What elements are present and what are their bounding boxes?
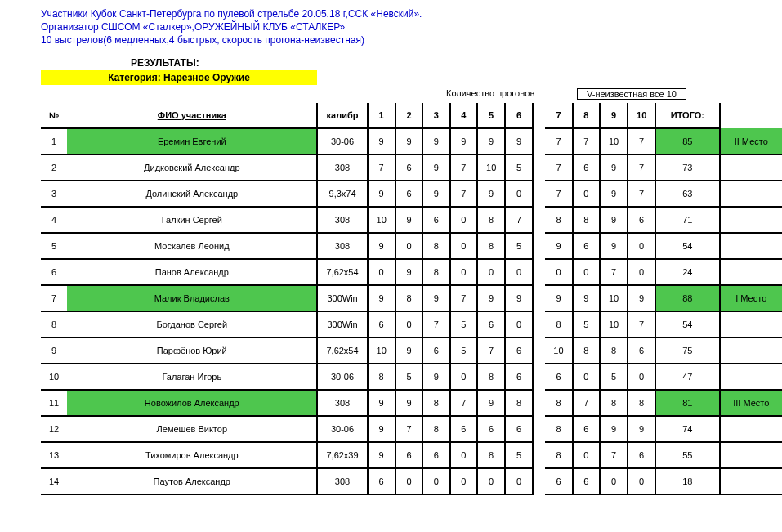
results-table: № ФИО участника калибр 1 2 3 4 5 6 7 8 9… xyxy=(41,103,782,495)
cell-score: 0 xyxy=(505,181,532,207)
cell-score: 9 xyxy=(477,128,505,154)
col-name: ФИО участника xyxy=(67,103,317,128)
cell-score: 6 xyxy=(505,416,532,442)
cell-score: 0 xyxy=(505,468,532,494)
cell-total: 54 xyxy=(655,311,719,338)
cell-score: 7 xyxy=(545,128,572,154)
cell-caliber: 7,62х39 xyxy=(317,442,367,468)
cell-score: 8 xyxy=(477,442,505,468)
cell-score: 9 xyxy=(395,207,422,233)
cell-score: 9 xyxy=(368,442,395,468)
cell-score: 10 xyxy=(368,207,395,233)
cell-caliber: 308 xyxy=(317,390,367,416)
cell-score: 0 xyxy=(573,442,600,468)
cell-score: 9 xyxy=(545,285,572,311)
cell-score: 6 xyxy=(368,311,395,338)
cell-score: 0 xyxy=(628,259,655,285)
cell-score: 9 xyxy=(628,285,655,311)
cell-score: 0 xyxy=(628,233,655,259)
table-row: 14Паутов Александр308600000660018 xyxy=(41,468,782,494)
cell-place xyxy=(720,154,782,181)
cell-total: 18 xyxy=(655,468,719,494)
cell-score: 7 xyxy=(545,181,572,207)
cell-score: 6 xyxy=(545,364,572,390)
cell-score: 6 xyxy=(395,181,422,207)
header-line-1: Участники Кубок Санкт-Петербурга по пуле… xyxy=(41,8,782,20)
cell-score: 8 xyxy=(545,311,572,338)
cell-score: 10 xyxy=(368,338,395,364)
cell-place xyxy=(720,416,782,442)
cell-name: Долинский Александр xyxy=(67,181,317,207)
cell-score: 9 xyxy=(368,181,395,207)
cell-score: 8 xyxy=(477,233,505,259)
cell-score: 10 xyxy=(600,285,628,311)
cell-name: Дидковский Александр xyxy=(67,154,317,181)
cell-num: 10 xyxy=(41,364,67,390)
cell-score: 9 xyxy=(422,128,449,154)
cell-score: 0 xyxy=(505,311,532,338)
col-s10: 10 xyxy=(628,103,655,128)
cell-score: 6 xyxy=(422,338,449,364)
cell-score: 0 xyxy=(450,442,477,468)
header-line-2: Организатор СШСОМ «Сталкер»,ОРУЖЕЙНЫЙ КЛ… xyxy=(41,21,782,33)
gap xyxy=(533,259,546,285)
cell-score: 7 xyxy=(600,442,628,468)
table-row: 13Тихомиров Александр7,62х39966085807655 xyxy=(41,442,782,468)
table-row: 8Богданов Сергей300Win6075608510754 xyxy=(41,311,782,338)
gap xyxy=(533,181,546,207)
cell-num: 5 xyxy=(41,233,67,259)
cell-score: 0 xyxy=(450,259,477,285)
cell-score: 9 xyxy=(395,259,422,285)
cell-place xyxy=(720,207,782,233)
cell-score: 9 xyxy=(477,390,505,416)
cell-score: 9 xyxy=(422,181,449,207)
cell-place xyxy=(720,338,782,364)
cell-score: 7 xyxy=(450,390,477,416)
cell-score: 9 xyxy=(395,338,422,364)
cell-score: 8 xyxy=(573,207,600,233)
cell-score: 0 xyxy=(628,364,655,390)
cell-score: 0 xyxy=(395,468,422,494)
cell-num: 6 xyxy=(41,259,67,285)
cell-score: 7 xyxy=(628,128,655,154)
gap xyxy=(533,468,546,494)
cell-total: 85 xyxy=(655,128,719,154)
cell-score: 0 xyxy=(600,468,628,494)
table-row: 10Галаган Игорь30-06859086605047 xyxy=(41,364,782,390)
gap xyxy=(533,207,546,233)
col-s5: 5 xyxy=(477,103,505,128)
cell-score: 7 xyxy=(600,259,628,285)
cell-place xyxy=(720,442,782,468)
cell-score: 0 xyxy=(450,233,477,259)
col-s8: 8 xyxy=(573,103,600,128)
cell-score: 8 xyxy=(545,416,572,442)
cell-total: 75 xyxy=(655,338,719,364)
cell-score: 0 xyxy=(422,468,449,494)
cell-name: Паутов Александр xyxy=(67,468,317,494)
cell-total: 88 xyxy=(655,285,719,311)
table-row: 3Долинский Александр9,3х74969790709763 xyxy=(41,181,782,207)
cell-score: 6 xyxy=(573,233,600,259)
gap xyxy=(533,442,546,468)
cell-score: 9 xyxy=(600,207,628,233)
cell-place xyxy=(720,181,782,207)
cell-name: Еремин Евгений xyxy=(67,128,317,154)
col-s4: 4 xyxy=(450,103,477,128)
cell-score: 9 xyxy=(422,154,449,181)
cell-score: 9 xyxy=(450,128,477,154)
cell-name: Галкин Сергей xyxy=(67,207,317,233)
cell-name: Москалев Леонид xyxy=(67,233,317,259)
cell-name: Малик Владислав xyxy=(67,285,317,311)
gap xyxy=(533,311,546,338)
cell-score: 9 xyxy=(600,416,628,442)
cell-caliber: 30-06 xyxy=(317,416,367,442)
cell-score: 8 xyxy=(422,259,449,285)
cell-num: 12 xyxy=(41,416,67,442)
col-s2: 2 xyxy=(395,103,422,128)
cell-score: 0 xyxy=(395,311,422,338)
cell-place xyxy=(720,233,782,259)
cell-num: 13 xyxy=(41,442,67,468)
cell-score: 6 xyxy=(545,468,572,494)
table-row: 4Галкин Сергей3081096087889671 xyxy=(41,207,782,233)
cell-score: 5 xyxy=(600,364,628,390)
